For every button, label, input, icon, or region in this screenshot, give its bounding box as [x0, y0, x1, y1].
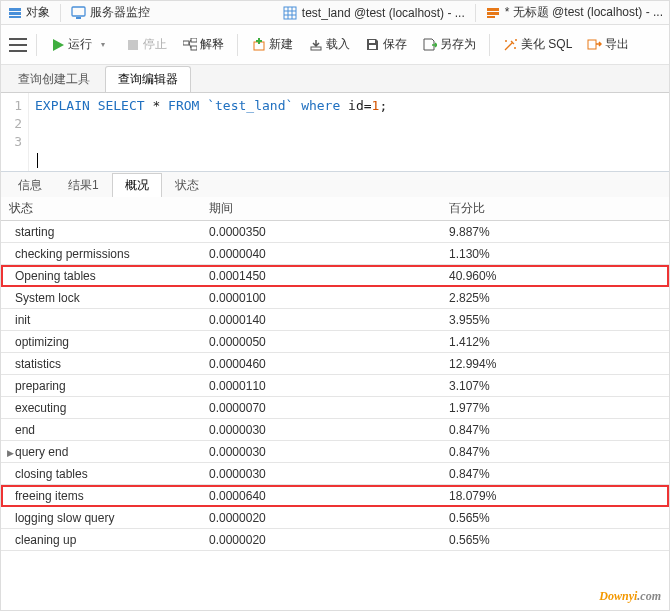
- save-label: 保存: [383, 36, 407, 53]
- table-row[interactable]: ▶cleaning up0.00000200.565%: [1, 529, 669, 551]
- tab-info[interactable]: 信息: [5, 173, 55, 197]
- col-header-status[interactable]: 状态: [1, 197, 201, 221]
- tab-query-builder[interactable]: 查询创建工具: [5, 66, 103, 92]
- server-monitor-item[interactable]: 服务器监控: [71, 4, 150, 21]
- svg-point-26: [505, 40, 507, 42]
- expand-icon[interactable]: ▶: [5, 448, 15, 458]
- cell-status: cleaning up: [15, 533, 76, 547]
- editor-tab-strip: 查询创建工具 查询编辑器: [1, 65, 669, 93]
- table-row[interactable]: ▶logging slow query0.00000200.565%: [1, 507, 669, 529]
- play-icon: [50, 37, 65, 52]
- svg-rect-5: [284, 7, 296, 19]
- tab-result1[interactable]: 结果1: [55, 173, 112, 197]
- svg-rect-15: [183, 41, 189, 45]
- svg-point-27: [515, 39, 517, 41]
- cell-duration: 0.0000070: [201, 397, 441, 419]
- cell-percent: 12.994%: [441, 353, 669, 375]
- cell-percent: 1.130%: [441, 243, 669, 265]
- save-button[interactable]: 保存: [359, 32, 413, 57]
- cell-duration: 0.0000030: [201, 463, 441, 485]
- svg-rect-10: [487, 8, 499, 11]
- svg-rect-29: [588, 40, 596, 49]
- new-button[interactable]: 新建: [245, 32, 299, 57]
- code-area[interactable]: EXPLAIN SELECT * FROM `test_land` where …: [29, 93, 393, 171]
- cell-percent: 1.977%: [441, 397, 669, 419]
- objects-item[interactable]: 对象: [7, 4, 50, 21]
- explain-label: 解释: [200, 36, 224, 53]
- cell-status: logging slow query: [15, 511, 114, 525]
- svg-rect-17: [191, 46, 197, 50]
- cell-status: Opening tables: [15, 269, 96, 283]
- table-row[interactable]: ▶closing tables0.00000300.847%: [1, 463, 669, 485]
- load-icon: [308, 37, 323, 52]
- export-label: 导出: [605, 36, 629, 53]
- table-row[interactable]: ▶init0.00001403.955%: [1, 309, 669, 331]
- tab-query-editor[interactable]: 查询编辑器: [105, 66, 191, 92]
- tab-test-land-label: test_land @test (localhost) - ...: [302, 6, 465, 20]
- tab-status[interactable]: 状态: [162, 173, 212, 197]
- line-gutter: 1 2 3: [1, 93, 29, 171]
- save-as-button[interactable]: 另存为: [416, 32, 482, 57]
- query-icon: [486, 5, 501, 20]
- explain-icon: [182, 37, 197, 52]
- svg-rect-3: [72, 7, 85, 16]
- table-row[interactable]: ▶freeing items0.000064018.079%: [1, 485, 669, 507]
- cell-percent: 0.565%: [441, 507, 669, 529]
- cell-duration: 0.0000050: [201, 331, 441, 353]
- tab-untitled[interactable]: * 无标题 @test (localhost) - ...: [486, 4, 663, 21]
- cell-duration: 0.0000350: [201, 221, 441, 243]
- cell-percent: 3.107%: [441, 375, 669, 397]
- cell-status: preparing: [15, 379, 66, 393]
- table-row[interactable]: ▶System lock0.00001002.825%: [1, 287, 669, 309]
- svg-rect-4: [76, 17, 81, 19]
- cell-status: checking permissions: [15, 247, 130, 261]
- table-row[interactable]: ▶end0.00000300.847%: [1, 419, 669, 441]
- load-label: 载入: [326, 36, 350, 53]
- export-button[interactable]: 导出: [581, 32, 635, 57]
- cell-status: closing tables: [15, 467, 88, 481]
- svg-rect-23: [311, 47, 321, 50]
- table-row[interactable]: ▶optimizing0.00000501.412%: [1, 331, 669, 353]
- result-tab-strip: 信息 结果1 概况 状态: [1, 171, 669, 197]
- table-row[interactable]: ▶preparing0.00001103.107%: [1, 375, 669, 397]
- main-toolbar: 运行 ▾ 停止 解释 新建 载入 保存 另存为 美化 SQL 导出: [1, 25, 669, 65]
- table-row[interactable]: ▶query end0.00000300.847%: [1, 441, 669, 463]
- cell-duration: 0.0000460: [201, 353, 441, 375]
- table-row[interactable]: ▶executing0.00000701.977%: [1, 397, 669, 419]
- cell-percent: 0.847%: [441, 419, 669, 441]
- cell-status: optimizing: [15, 335, 69, 349]
- menu-hamburger-icon[interactable]: [7, 36, 29, 54]
- objects-icon: [7, 5, 22, 20]
- cell-percent: 3.955%: [441, 309, 669, 331]
- col-header-percent[interactable]: 百分比: [441, 197, 669, 221]
- run-button[interactable]: 运行 ▾: [44, 32, 116, 57]
- export-icon: [587, 37, 602, 52]
- beautify-sql-button[interactable]: 美化 SQL: [497, 32, 578, 57]
- col-header-duration[interactable]: 期间: [201, 197, 441, 221]
- cell-percent: 1.412%: [441, 331, 669, 353]
- beautify-label: 美化 SQL: [521, 36, 572, 53]
- save-as-label: 另存为: [440, 36, 476, 53]
- new-label: 新建: [269, 36, 293, 53]
- table-row[interactable]: ▶starting0.00003509.887%: [1, 221, 669, 243]
- table-row[interactable]: ▶Opening tables0.000145040.960%: [1, 265, 669, 287]
- cell-duration: 0.0000100: [201, 287, 441, 309]
- stop-button[interactable]: 停止: [119, 32, 173, 57]
- cell-duration: 0.0000040: [201, 243, 441, 265]
- cell-percent: 0.565%: [441, 529, 669, 551]
- cell-status: statistics: [15, 357, 61, 371]
- svg-rect-14: [128, 40, 138, 50]
- table-row[interactable]: ▶checking permissions0.00000401.130%: [1, 243, 669, 265]
- code-editor[interactable]: 1 2 3 EXPLAIN SELECT * FROM `test_land` …: [1, 93, 669, 171]
- result-grid[interactable]: 状态 期间 百分比 ▶starting0.00003509.887%▶check…: [1, 197, 669, 564]
- cell-duration: 0.0000020: [201, 529, 441, 551]
- tab-profile[interactable]: 概况: [112, 173, 162, 197]
- load-button[interactable]: 载入: [302, 32, 356, 57]
- tab-test-land[interactable]: test_land @test (localhost) - ...: [283, 5, 465, 20]
- explain-button[interactable]: 解释: [176, 32, 230, 57]
- table-row[interactable]: ▶statistics0.000046012.994%: [1, 353, 669, 375]
- cell-status: freeing items: [15, 489, 84, 503]
- cell-status: query end: [15, 445, 68, 459]
- text-cursor: [37, 153, 38, 168]
- svg-rect-0: [9, 8, 21, 11]
